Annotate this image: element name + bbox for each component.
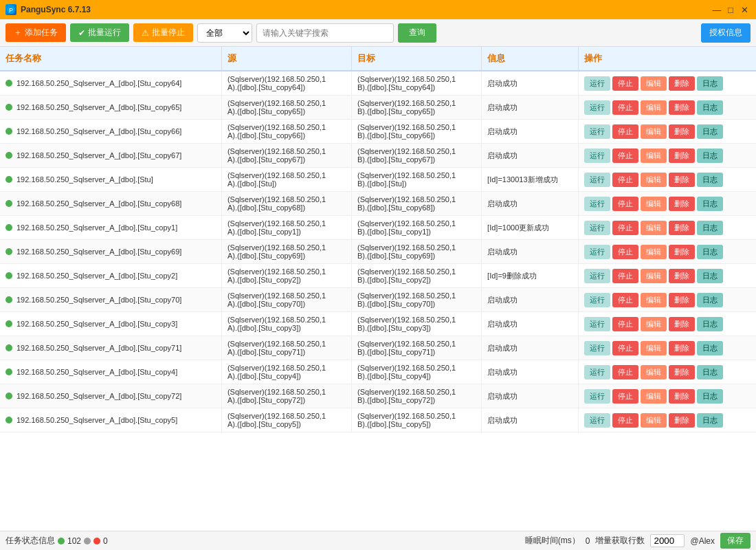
edit-button[interactable]: 编辑 [641,365,667,380]
close-button[interactable]: ✕ [738,3,751,16]
edit-button[interactable]: 编辑 [641,269,667,283]
run-button[interactable]: 运行 [584,173,610,187]
fetch-value-input[interactable] [650,534,685,547]
delete-button[interactable]: 删除 [669,365,695,380]
edit-button[interactable]: 编辑 [641,100,667,115]
maximize-button[interactable]: □ [724,3,737,16]
delete-button[interactable]: 删除 [669,100,695,115]
task-name: 192.168.50.250_Sqlserver_A_[dbo].[Stu_co… [16,103,181,111]
delete-button[interactable]: 删除 [669,124,695,139]
run-button[interactable]: 运行 [584,269,610,283]
run-button[interactable]: 运行 [584,148,610,163]
log-button[interactable]: 日志 [697,341,723,355]
edit-button[interactable]: 编辑 [641,317,667,331]
edit-button[interactable]: 编辑 [641,124,667,139]
log-button[interactable]: 日志 [697,413,723,428]
stop-button[interactable]: 停止 [612,76,638,91]
stop-button[interactable]: 停止 [612,317,638,331]
stop-button[interactable]: 停止 [612,365,638,380]
stop-button[interactable]: 停止 [612,148,638,163]
run-button[interactable]: 运行 [584,341,610,355]
save-button[interactable]: 保存 [720,533,751,549]
delete-button[interactable]: 删除 [669,269,695,283]
edit-button[interactable]: 编辑 [641,341,667,355]
edit-button[interactable]: 编辑 [641,389,667,404]
batch-stop-button[interactable]: ⚠ 批量停止 [133,23,193,42]
task-name-cell: 192.168.50.250_Sqlserver_A_[dbo].[Stu_co… [0,408,221,432]
log-button[interactable]: 日志 [697,221,723,235]
stop-button[interactable]: 停止 [612,221,638,235]
source-value: (Sqlserver)(192.168.50.250,1 A).([dbo].[… [227,195,326,212]
delete-button[interactable]: 删除 [669,76,695,91]
edit-button[interactable]: 编辑 [641,413,667,428]
stop-button[interactable]: 停止 [612,100,638,115]
run-button[interactable]: 运行 [584,389,610,404]
run-button[interactable]: 运行 [584,413,610,428]
run-button[interactable]: 运行 [584,221,610,235]
log-button[interactable]: 日志 [697,173,723,187]
stop-button[interactable]: 停止 [612,124,638,139]
target-value: (Sqlserver)(192.168.50.250,1 B).([dbo].[… [357,388,456,404]
delete-button[interactable]: 删除 [669,197,695,211]
info-value: 启动成功 [487,344,518,352]
run-button[interactable]: 运行 [584,197,610,211]
batch-run-button[interactable]: ✔ 批量运行 [70,23,129,42]
minimize-button[interactable]: — [711,3,723,16]
log-button[interactable]: 日志 [697,76,723,91]
stop-button[interactable]: 停止 [612,389,638,404]
actions-cell: 运行 停止 编辑 删除 日志 [579,336,756,360]
edit-button[interactable]: 编辑 [641,245,667,259]
stop-button[interactable]: 停止 [612,293,638,307]
edit-button[interactable]: 编辑 [641,173,667,187]
run-button[interactable]: 运行 [584,317,610,331]
query-button[interactable]: 查询 [398,23,436,43]
log-button[interactable]: 日志 [697,197,723,211]
task-name: 192.168.50.250_Sqlserver_A_[dbo].[Stu_co… [16,79,181,87]
search-input[interactable] [256,23,394,43]
delete-button[interactable]: 删除 [669,173,695,187]
log-button[interactable]: 日志 [697,293,723,307]
log-button[interactable]: 日志 [697,100,723,115]
log-button[interactable]: 日志 [697,124,723,139]
run-button[interactable]: 运行 [584,76,610,91]
info-value: [Id]=1000更新成功 [487,223,549,232]
log-button[interactable]: 日志 [697,317,723,331]
log-button[interactable]: 日志 [697,389,723,404]
edit-button[interactable]: 编辑 [641,76,667,91]
stop-button[interactable]: 停止 [612,197,638,211]
run-button[interactable]: 运行 [584,100,610,115]
stop-button[interactable]: 停止 [612,341,638,355]
log-button[interactable]: 日志 [697,365,723,380]
log-button[interactable]: 日志 [697,269,723,283]
edit-button[interactable]: 编辑 [641,293,667,307]
run-button[interactable]: 运行 [584,245,610,259]
stop-button[interactable]: 停止 [612,269,638,283]
tasks-table: 任务名称 源 目标 信息 操作 192.168.50.250_Sqlserver… [0,47,756,432]
stop-button[interactable]: 停止 [612,413,638,428]
row-status-dot [5,417,12,424]
add-task-button[interactable]: ＋ 添加任务 [5,23,66,42]
stop-button[interactable]: 停止 [612,173,638,187]
log-button[interactable]: 日志 [697,245,723,259]
filter-select[interactable]: 全部 [197,23,252,43]
run-button[interactable]: 运行 [584,365,610,380]
delete-button[interactable]: 删除 [669,341,695,355]
delete-button[interactable]: 删除 [669,221,695,235]
edit-button[interactable]: 编辑 [641,197,667,211]
delete-button[interactable]: 删除 [669,413,695,428]
task-name-cell: 192.168.50.250_Sqlserver_A_[dbo].[Stu_co… [0,384,221,408]
run-button[interactable]: 运行 [584,293,610,307]
log-button[interactable]: 日志 [697,148,723,163]
source-value: (Sqlserver)(192.168.50.250,1 A).([dbo].[… [227,243,326,260]
task-name-cell: 192.168.50.250_Sqlserver_A_[dbo].[Stu_co… [0,120,221,144]
auth-button[interactable]: 授权信息 [701,23,751,43]
edit-button[interactable]: 编辑 [641,221,667,235]
delete-button[interactable]: 删除 [669,317,695,331]
edit-button[interactable]: 编辑 [641,148,667,163]
delete-button[interactable]: 删除 [669,245,695,259]
delete-button[interactable]: 删除 [669,389,695,404]
run-button[interactable]: 运行 [584,124,610,139]
delete-button[interactable]: 删除 [669,148,695,163]
stop-button[interactable]: 停止 [612,245,638,259]
delete-button[interactable]: 删除 [669,293,695,307]
